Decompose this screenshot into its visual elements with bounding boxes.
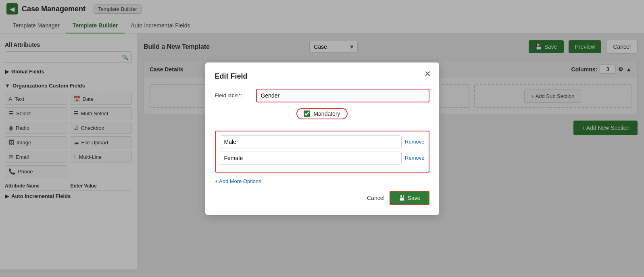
modal-save-button[interactable]: 💾 Save xyxy=(390,191,429,205)
mandatory-checkbox[interactable] xyxy=(304,110,310,117)
remove-link-2[interactable]: Remove xyxy=(405,155,424,161)
modal-save-icon: 💾 xyxy=(398,195,405,201)
option-input-2[interactable] xyxy=(220,152,402,165)
mandatory-label: Mandatory xyxy=(313,110,340,117)
add-more-options-link[interactable]: + Add More Options xyxy=(215,178,429,184)
field-label-label: Field label*: xyxy=(215,92,251,98)
edit-field-modal: Edit Field ✕ Field label*: Mandatory Rem… xyxy=(205,62,439,215)
option-row-1: Remove xyxy=(220,135,425,148)
modal-close-button[interactable]: ✕ xyxy=(424,69,431,79)
mandatory-row: Mandatory xyxy=(296,108,347,119)
modal-footer: Cancel 💾 Save xyxy=(215,191,429,205)
modal-save-label: Save xyxy=(408,195,421,201)
remove-link-1[interactable]: Remove xyxy=(405,139,424,145)
option-input-1[interactable] xyxy=(220,135,402,148)
modal-title: Edit Field xyxy=(215,72,429,81)
field-label-row: Field label*: xyxy=(215,89,429,102)
modal-cancel-button[interactable]: Cancel xyxy=(367,191,385,205)
field-label-input[interactable] xyxy=(256,89,429,102)
options-container: Remove Remove xyxy=(215,131,429,173)
modal-overlay: Edit Field ✕ Field label*: Mandatory Rem… xyxy=(0,0,644,269)
option-row-2: Remove xyxy=(220,152,425,165)
